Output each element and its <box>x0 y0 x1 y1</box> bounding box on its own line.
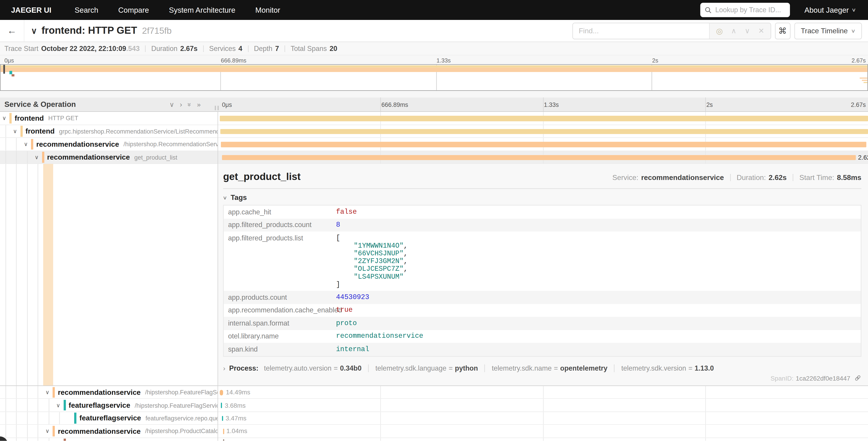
indent-guide <box>16 399 17 411</box>
minimap-tick-label: 2s <box>652 57 658 64</box>
minimap-band[interactable] <box>0 64 868 91</box>
locate-icon[interactable]: ◎ <box>716 27 723 35</box>
nav-item-monitor[interactable]: Monitor <box>255 6 280 14</box>
span-names: recommendationserviceget_product_list <box>47 151 177 164</box>
span-operation-name: /hipstershop.ProductCatalogSer... <box>145 428 217 435</box>
span-duration-bar[interactable] <box>220 116 868 121</box>
link-icon[interactable] <box>854 375 862 382</box>
span-operation-name: featureflagservice.repo.query:fe... <box>146 415 218 421</box>
span-duration-bar[interactable] <box>220 390 223 395</box>
chevron-down-icon[interactable]: ∨ <box>2 115 6 121</box>
span-rows-bottom: ∨recommendationservice/hipstershop.Featu… <box>0 386 868 438</box>
nav-item-search[interactable]: Search <box>75 6 98 14</box>
minimap-tick-label: 1.33s <box>436 57 451 64</box>
expand-collapse-controls: ∨ › » » <box>169 97 201 111</box>
nav-item-compare[interactable]: Compare <box>118 6 149 14</box>
tag-key: app.recommendation.cache_enabled <box>223 304 336 317</box>
timeline-tick-label: 666.89ms <box>381 101 408 108</box>
span-row-partial[interactable] <box>0 438 868 441</box>
timeline-gridline <box>380 399 381 411</box>
divider <box>223 188 862 189</box>
minimap-drag-handle[interactable] <box>3 65 5 74</box>
trace-lookup-input[interactable] <box>715 6 786 14</box>
clear-find-icon[interactable]: ✕ <box>758 27 764 34</box>
span-row[interactable]: ∨recommendationserviceget_product_list2.… <box>0 151 868 164</box>
nav-item-system-architecture[interactable]: System Architecture <box>169 6 235 14</box>
meta-value: 2.62s <box>769 173 787 182</box>
indent-guide <box>5 399 6 411</box>
indent-guide <box>49 438 49 441</box>
span-duration-bar[interactable] <box>222 155 856 160</box>
tag-value: false <box>336 206 361 218</box>
span-row-timeline: 1.04ms <box>217 425 868 437</box>
indent-guide <box>5 138 6 150</box>
indent-guide <box>27 399 27 411</box>
span-duration-bar[interactable] <box>221 403 222 408</box>
indent-guide <box>37 386 38 399</box>
span-detail-block: get_product_list Service:recommendations… <box>0 164 868 386</box>
tag-row: otel.library.namerecommendationservice <box>223 330 861 343</box>
next-result-icon[interactable]: ∨ <box>745 27 750 34</box>
chevron-down-icon[interactable]: ∨ <box>13 128 17 134</box>
span-names: recommendationservice/hipstershop.Recomm… <box>36 138 217 150</box>
span-color-bar <box>63 439 66 441</box>
minimap-span-mark <box>11 74 14 77</box>
tags-accordion-header[interactable]: ∨ Tags <box>223 193 868 202</box>
span-row[interactable]: ∨frontendgrpc.hipstershop.Recommendation… <box>0 125 868 138</box>
span-row-left: ∨recommendationservice/hipstershop.Recom… <box>0 138 217 150</box>
about-jaeger-menu[interactable]: About Jaeger ∨ <box>804 6 856 14</box>
chevron-down-icon[interactable]: ∨ <box>45 428 50 434</box>
search-icon <box>705 6 712 13</box>
timeline-tick-label: 2.67s <box>851 101 866 108</box>
brand-link[interactable]: JAEGER UI <box>11 6 51 14</box>
trace-lookup-box[interactable] <box>700 3 790 17</box>
tag-key: otel.library.name <box>223 330 336 343</box>
back-button[interactable]: ← <box>0 20 25 41</box>
span-operation-name: get_product_list <box>134 154 177 160</box>
span-duration-bar[interactable] <box>221 142 866 147</box>
span-row[interactable]: ∨recommendationservice/hipstershop.Produ… <box>0 425 868 438</box>
span-duration-bar[interactable] <box>220 129 868 134</box>
span-duration-bar[interactable] <box>222 416 223 421</box>
indent-guide <box>16 438 17 441</box>
span-row-timeline: 3.68ms <box>217 399 868 411</box>
summary-item: Services4 <box>209 45 242 52</box>
indent-guide <box>37 425 38 437</box>
indent-guide <box>16 151 17 164</box>
span-row[interactable]: ∨recommendationservice/hipstershop.Featu… <box>0 386 868 399</box>
span-names: frontendHTTP GET <box>15 112 78 124</box>
chevron-down-icon[interactable]: ∨ <box>24 141 28 147</box>
chevron-down-icon[interactable]: ∨ <box>35 154 39 160</box>
span-row[interactable]: ∨featureflagservice/hipstershop.FeatureF… <box>0 399 868 412</box>
span-row[interactable]: featureflagservicefeatureflagservice.rep… <box>0 412 868 425</box>
collapse-all-icon[interactable]: » <box>186 102 193 106</box>
chevron-down-icon[interactable]: ∨ <box>56 402 60 408</box>
timeline-gridline <box>543 386 543 399</box>
find-input[interactable] <box>573 23 709 38</box>
span-duration-bar[interactable] <box>223 429 224 434</box>
indent-guide <box>27 412 27 424</box>
column-splitter[interactable] <box>217 112 218 441</box>
indent-guide <box>27 438 27 441</box>
timeline-gridline <box>380 412 381 424</box>
trace-collapse-chevron-icon[interactable]: ∨ <box>31 26 37 36</box>
collapse-one-icon[interactable]: ∨ <box>169 100 175 108</box>
expand-one-icon[interactable]: › <box>180 100 182 109</box>
prev-result-icon[interactable]: ∧ <box>731 27 736 34</box>
span-duration-label: 1.04ms <box>226 428 247 435</box>
span-detail-titlebar: get_product_list Service:recommendations… <box>217 164 868 183</box>
process-value: opentelemetry <box>560 364 607 372</box>
expand-all-icon[interactable]: » <box>197 100 201 108</box>
span-names: featureflagservicefeatureflagservice.rep… <box>80 412 217 424</box>
chevron-down-icon[interactable]: ∨ <box>45 389 50 395</box>
tag-key: app.filtered_products.count <box>223 218 336 231</box>
span-color-bar <box>9 113 12 124</box>
tag-key: internal.span.format <box>223 317 336 329</box>
span-row[interactable]: ∨recommendationservice/hipstershop.Recom… <box>0 138 868 151</box>
trace-view-select[interactable]: Trace Timeline ∨ <box>794 22 862 39</box>
timeline-tick-label: 2s <box>707 101 713 108</box>
process-accordion-header[interactable]: ›Process:telemetry.auto.version=0.34b0te… <box>223 364 862 372</box>
keyboard-shortcuts-button[interactable]: ⌘ <box>775 22 790 39</box>
span-row[interactable]: ∨frontendHTTP GET <box>0 112 868 125</box>
span-names: frontendgrpc.hipstershop.RecommendationS… <box>26 125 218 138</box>
